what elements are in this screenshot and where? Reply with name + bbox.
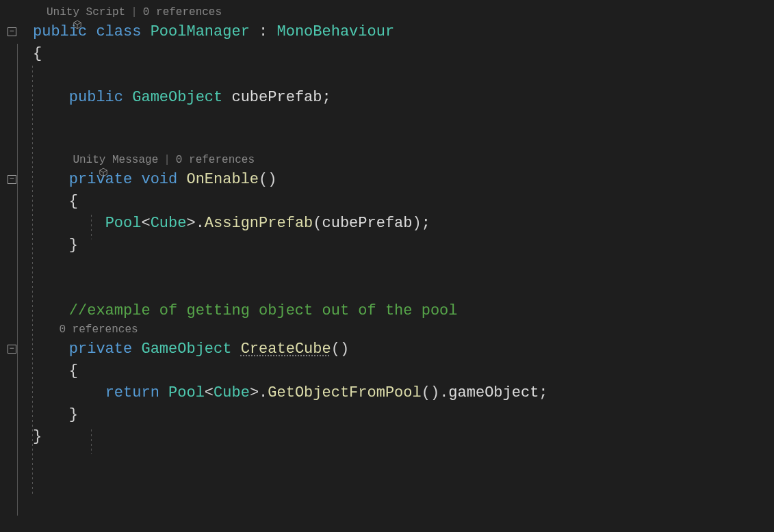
codelens-refs[interactable]: 0 references [143,6,222,18]
code-line[interactable]: //example of getting object out of the p… [0,300,774,321]
keyword-private: private [69,341,132,358]
unity-cube-icon [59,155,68,165]
codelens-refs[interactable]: 0 references [59,323,138,336]
keyword-void: void [141,171,177,188]
codelens-class[interactable]: Unity Script | 0 references [0,4,774,21]
method-getobjectfrompool: GetObjectFromPool [268,384,421,401]
method-assignprefab: AssignPrefab [205,215,313,232]
code-line[interactable]: return Pool<Cube>.GetObjectFromPool().ga… [0,382,774,403]
code-line[interactable]: { [0,360,774,382]
close-brace: } [33,428,42,445]
codelens-label: Unity Script [47,6,125,18]
codelens-refs[interactable]: 0 references [176,154,255,166]
type-cube: Cube [151,215,187,232]
keyword-class: class [96,23,141,40]
comment: //example of getting object out of the p… [69,302,458,319]
type-cube: Cube [214,384,250,401]
keyword-public: public [69,89,123,106]
code-line[interactable]: { [0,42,774,64]
codelens-label: Unity Message [73,154,158,166]
codelens-createcube[interactable]: 0 references [0,321,774,338]
type-gameobject: GameObject [132,89,222,106]
type-gameobject: GameObject [141,341,231,358]
code-line[interactable] [0,278,774,300]
field-gameobject: gameObject [448,384,539,401]
code-line[interactable]: − public class PoolManager : MonoBehavio… [0,21,774,42]
keyword-return: return [105,384,159,401]
code-editor[interactable]: Unity Script | 0 references − public cla… [0,0,774,447]
fold-toggle-icon[interactable]: − [8,345,16,354]
type-pool: Pool [105,215,142,232]
fold-toggle-icon[interactable]: − [8,27,16,36]
close-brace: } [69,237,78,254]
code-line[interactable]: public GameObject cubePrefab; [0,86,774,108]
code-line[interactable] [0,64,774,86]
open-brace: { [69,193,78,210]
close-brace: } [69,406,78,423]
code-line[interactable] [0,130,774,152]
code-line[interactable] [0,108,774,130]
code-line[interactable]: { [0,190,774,212]
method-createcube: CreateCube [241,341,331,358]
codelens-onenable[interactable]: Unity Message | 0 references [0,152,774,168]
field-cubeprefab: cubePrefab [231,89,322,106]
type-monobehaviour: MonoBehaviour [276,23,394,40]
type-pool: Pool [168,384,205,401]
codelens-separator: | [131,6,138,18]
unity-cube-icon [33,8,42,17]
codelens-separator: | [164,154,170,166]
code-line[interactable]: } [0,425,774,447]
code-line[interactable] [0,256,774,278]
open-brace: { [69,362,78,380]
code-line[interactable]: } [0,403,774,425]
open-brace: { [33,45,42,62]
type-poolmanager: PoolManager [151,23,250,40]
code-line[interactable]: − private void OnEnable() [0,168,774,190]
method-onenable: OnEnable [186,171,259,188]
code-line[interactable]: Pool<Cube>.AssignPrefab(cubePrefab); [0,212,774,234]
fold-toggle-icon[interactable]: − [8,175,16,184]
code-line[interactable]: } [0,234,774,256]
code-line[interactable]: − private GameObject CreateCube() [0,338,774,360]
field-cubeprefab: cubePrefab [322,215,413,232]
